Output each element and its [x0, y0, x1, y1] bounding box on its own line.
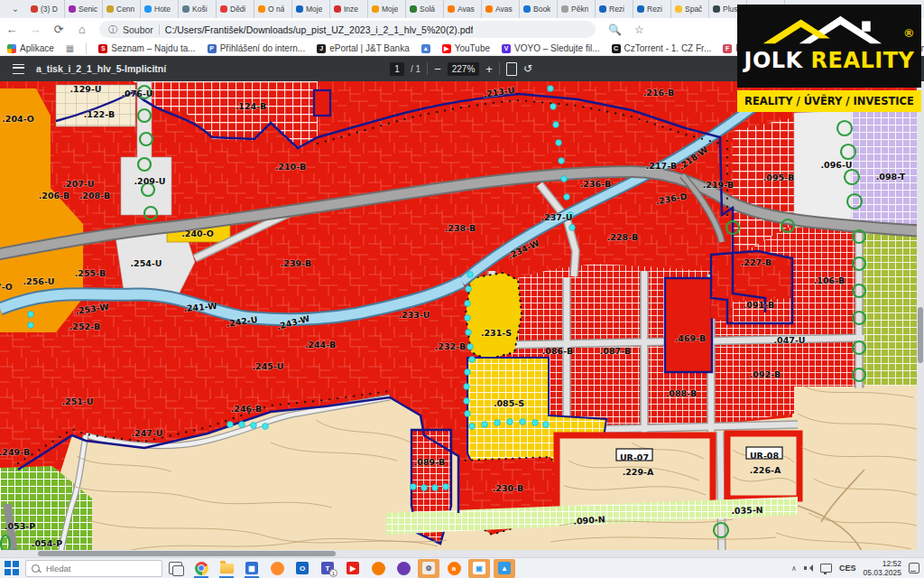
tab-favicon	[523, 5, 531, 13]
notification-center-icon[interactable]	[909, 563, 919, 573]
taskbar-app-app-photo[interactable]: ▣	[468, 559, 490, 578]
browser-tab[interactable]: Cenn	[103, 0, 141, 18]
windows-taskbar: ▦OT1▶⚙a▣▲ ∧ CES 12:52 05.03.2025	[0, 557, 924, 578]
map-zone-label: .236-B	[580, 179, 612, 189]
tab-label: Avas	[495, 5, 513, 14]
bookmark-item[interactable]: CCzTorrent - 1. CZ Fr...	[612, 43, 712, 53]
vertical-scrollbar[interactable]	[917, 81, 924, 557]
browser-tab[interactable]: Solá	[406, 0, 444, 18]
taskbar-clock[interactable]: 12:52 05.03.2025	[863, 559, 901, 577]
map-zone-label: .088-B	[666, 388, 698, 398]
map-zone-label: .469-B	[675, 333, 707, 343]
tab-favicon	[599, 5, 606, 13]
taskbar-app-windows-photos[interactable]: ▲	[494, 559, 515, 578]
pdf-toolbar-separator	[499, 62, 500, 75]
browser-tab[interactable]: (3) D	[27, 0, 65, 18]
file-explorer-icon	[220, 564, 234, 573]
tab-label: Inze	[344, 5, 358, 14]
browser-tab[interactable]: Book	[520, 0, 558, 18]
forward-icon[interactable]: →	[23, 23, 47, 36]
zoom-indicator-icon[interactable]: 🔍	[608, 23, 622, 36]
taskbar-app-outlook[interactable]: O	[291, 559, 313, 578]
map-zone-label: .095-B	[763, 172, 795, 182]
apps-shortcut[interactable]: Aplikace	[7, 43, 54, 53]
map-zone-label: .096-U	[820, 160, 852, 170]
taskbar-app-app-orange[interactable]	[367, 559, 389, 578]
bookmark-item[interactable]: VVOYO – Sledujte fil...	[502, 43, 600, 53]
map-zone-label: .035-N	[731, 505, 763, 516]
zoom-level-input[interactable]: 227%	[448, 62, 480, 76]
task-view-icon[interactable]	[169, 562, 182, 574]
zone-231s-yellow	[466, 273, 522, 359]
taskbar-app-file-explorer[interactable]	[216, 559, 237, 578]
tab-favicon	[69, 5, 76, 13]
browser-tab[interactable]: Rezi	[633, 0, 671, 18]
map-zone-label: .256-U	[23, 276, 54, 286]
zoom-in-button[interactable]: +	[485, 62, 493, 76]
page-number-input[interactable]: 1	[390, 62, 404, 76]
jolk-roof-icon	[744, 11, 915, 47]
reload-icon[interactable]: ⟳	[47, 23, 70, 36]
vertical-scrollbar-thumb[interactable]	[918, 307, 923, 363]
tab-favicon	[144, 5, 152, 13]
tab-label: Senic	[79, 5, 97, 14]
browser-tab[interactable]: Koši	[179, 0, 217, 18]
address-bar[interactable]: ⓘ Soubor C:/Users/František/Downloads/up…	[99, 21, 596, 38]
browser-tab[interactable]: O ná	[254, 0, 292, 18]
language-indicator[interactable]: CES	[839, 564, 856, 573]
fit-page-icon[interactable]	[506, 62, 517, 76]
rotate-icon[interactable]: ↺	[523, 62, 532, 75]
browser-tab[interactable]: Inze	[330, 0, 368, 18]
bookmark-item[interactable]: ▲	[421, 44, 430, 53]
map-zone-label: .238-B	[445, 223, 476, 233]
taskbar-app-zoner[interactable]: ⚙	[418, 559, 439, 578]
taskbar-search[interactable]	[25, 560, 162, 577]
browser-tab[interactable]: Dědi	[217, 0, 254, 18]
taskbar-app-calculator[interactable]: ▦	[241, 559, 263, 578]
browser-tab[interactable]: Spač	[671, 0, 709, 18]
bookmark-star-icon[interactable]: ☆	[634, 23, 644, 36]
horizontal-scrollbar-thumb[interactable]	[38, 551, 336, 556]
browser-tab[interactable]: Rezi	[596, 0, 633, 18]
taskbar-app-avast[interactable]: a	[443, 559, 465, 578]
tab-list-chevron-icon[interactable]: ⌄	[5, 2, 25, 16]
speaker-icon[interactable]	[804, 564, 813, 573]
browser-tab[interactable]: Avas	[444, 0, 482, 18]
browser-tab[interactable]: Moje	[292, 0, 330, 18]
chrome-icon	[195, 562, 208, 575]
horizontal-scrollbar[interactable]	[0, 550, 917, 557]
taskbar-app-teams[interactable]: T1	[317, 559, 338, 578]
pdf-page-zoning-map[interactable]: .129-U.076-U.122-B.124-B.204-O.210-B.207…	[0, 81, 924, 557]
page-info-icon[interactable]: ⓘ	[108, 23, 117, 36]
bookmark-item[interactable]: ▶YouTube	[442, 43, 490, 53]
browser-tab[interactable]: Senic	[65, 0, 103, 18]
browser-tab[interactable]: Hote	[141, 0, 179, 18]
taskbar-app-chrome[interactable]	[190, 559, 212, 578]
bookmark-item[interactable]: SSeznam – Najdu ta...	[98, 43, 195, 53]
browser-tab[interactable]: Pěkn	[558, 0, 596, 18]
back-icon[interactable]: ←	[0, 23, 23, 36]
map-zone-label: .246-B	[231, 404, 263, 414]
taskbar-app-app-purple[interactable]	[393, 559, 414, 578]
bookmarks-grid-icon[interactable]: ▦	[66, 43, 74, 53]
tray-chevron-icon[interactable]: ∧	[791, 564, 797, 573]
browser-tab[interactable]: Avas	[482, 0, 520, 18]
home-icon[interactable]: ⌂	[70, 23, 94, 36]
calculator-icon: ▦	[245, 562, 258, 574]
system-tray: ∧ CES 12:52 05.03.2025	[791, 559, 919, 577]
pdf-menu-icon[interactable]	[13, 64, 24, 74]
taskbar-app-youtube[interactable]: ▶	[342, 559, 364, 578]
bookmark-item[interactable]: PPřihlášení do intern...	[208, 43, 306, 53]
start-button[interactable]	[5, 561, 19, 575]
browser-tab[interactable]: Moje	[368, 0, 406, 18]
tab-favicon	[258, 5, 265, 13]
network-icon[interactable]	[820, 564, 832, 573]
bookmark-label: VOYO – Sledujte fil...	[514, 43, 600, 53]
tab-label: Moje	[306, 5, 322, 14]
zoom-out-button[interactable]: −	[434, 62, 441, 76]
app-purple-icon	[397, 562, 411, 575]
bookmark-item[interactable]: JePortal | J&T Banka	[317, 43, 410, 53]
zoning-map-canvas: .129-U.076-U.122-B.124-B.204-O.210-B.207…	[0, 81, 924, 557]
taskbar-app-firefox[interactable]	[266, 559, 288, 578]
search-input[interactable]	[44, 563, 156, 574]
